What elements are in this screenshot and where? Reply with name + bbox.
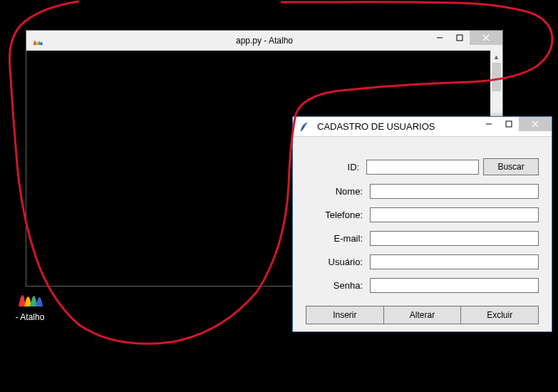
row-usuario: Usuário: (306, 254, 539, 269)
minimize-button[interactable] (479, 117, 499, 131)
excluir-button[interactable]: Excluir (461, 306, 539, 324)
inserir-button[interactable]: Inserir (306, 306, 384, 324)
label-telefone: Telefone: (306, 210, 370, 220)
scroll-thumb[interactable] (492, 63, 501, 91)
input-usuario[interactable] (370, 254, 539, 269)
row-id: ID: Buscar (306, 158, 539, 175)
row-nome: Nome: (306, 184, 539, 199)
console-window-controls (430, 31, 502, 45)
buscar-button[interactable]: Buscar (483, 158, 539, 175)
row-telefone: Telefone: (306, 207, 539, 222)
scroll-up-arrow-icon[interactable]: ▲ (490, 51, 502, 63)
label-usuario: Usuário: (306, 257, 370, 267)
input-email[interactable] (370, 231, 539, 246)
row-senha: Senha: (306, 278, 539, 293)
svg-rect-1 (457, 35, 463, 41)
svg-rect-6 (506, 121, 512, 127)
dialog-window: CADASTRO DE USUARIOS ID: Buscar Nome: Te… (292, 116, 552, 332)
input-id[interactable] (366, 160, 479, 175)
close-button[interactable] (519, 117, 552, 131)
dialog-window-controls (479, 117, 552, 131)
row-email: E-mail: (306, 231, 539, 246)
input-telefone[interactable] (370, 207, 539, 222)
minimize-button[interactable] (430, 31, 450, 45)
dialog-title: CADASTRO DE USUARIOS (317, 121, 435, 132)
input-senha[interactable] (370, 278, 539, 293)
tk-feather-icon (299, 121, 310, 133)
label-id: ID: (306, 162, 366, 172)
input-nome[interactable] (370, 184, 539, 199)
desktop-shortcut-label: - Atalho (4, 312, 56, 322)
alterar-button[interactable]: Alterar (384, 306, 462, 324)
label-email: E-mail: (306, 233, 370, 244)
app-icon (16, 281, 44, 309)
label-senha: Senha: (306, 280, 370, 291)
desktop-shortcut[interactable]: - Atalho (4, 281, 56, 322)
maximize-button[interactable] (450, 31, 470, 45)
console-titlebar[interactable]: app.py - Atalho (26, 31, 502, 51)
label-nome: Nome: (306, 186, 370, 197)
app-icon (32, 35, 43, 46)
dialog-body: ID: Buscar Nome: Telefone: E-mail: Usuár… (293, 137, 552, 331)
dialog-titlebar[interactable]: CADASTRO DE USUARIOS (293, 117, 552, 137)
maximize-button[interactable] (499, 117, 519, 131)
close-button[interactable] (470, 31, 502, 45)
dialog-footer: Inserir Alterar Excluir (306, 306, 539, 324)
